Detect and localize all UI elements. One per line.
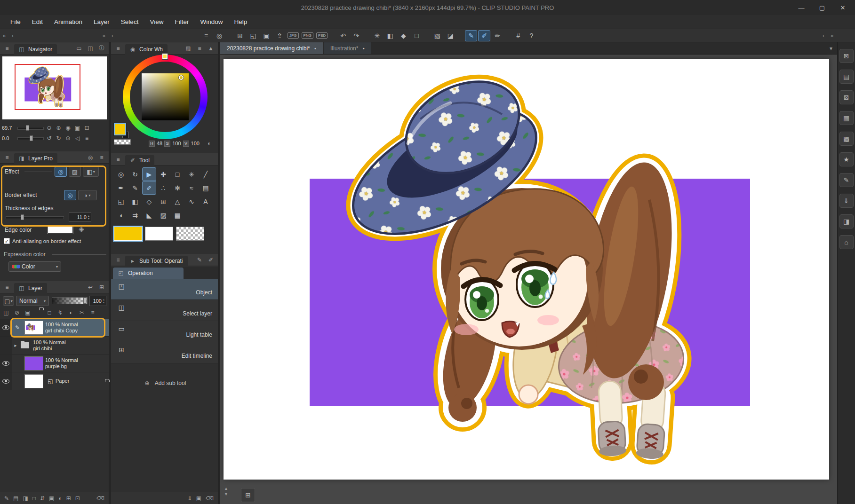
tool-icon[interactable]: ✒	[114, 181, 128, 195]
collapse-mid-icon[interactable]: «	[100, 32, 108, 39]
tool-icon[interactable]: ∴	[156, 181, 170, 195]
toolbar-export-psd-icon[interactable]: PSD	[316, 32, 328, 39]
menu-edit[interactable]: Edit	[26, 16, 48, 28]
add-sub-tool-button[interactable]: ⊕ Add sub tool	[111, 380, 218, 386]
two-pane-icon[interactable]: ≡	[88, 309, 97, 316]
register-material-icon[interactable]: ⊡	[75, 495, 80, 502]
panel-list-icon[interactable]: ≡	[97, 154, 106, 161]
material-manga-icon[interactable]: ▦	[839, 111, 854, 125]
tool-icon[interactable]: ▦	[170, 208, 184, 222]
thumbnail-toggle-icon[interactable]: ◫	[2, 309, 10, 316]
layer-grid-icon[interactable]: ⊞	[97, 284, 106, 291]
thickness-value-field[interactable]: 11.0 ▴▾	[69, 213, 91, 222]
close-button[interactable]: ✕	[832, 0, 853, 15]
toolbar-frame-icon[interactable]: □	[410, 30, 423, 41]
tool-icon[interactable]: ✐	[142, 181, 156, 195]
toolbar-main-menu-icon[interactable]: ≡	[200, 30, 212, 41]
antialias-checkbox[interactable]: ✓	[4, 238, 10, 244]
toolbar-clear-icon[interactable]: ✳	[371, 30, 383, 41]
sub-color-swatch[interactable]	[145, 227, 173, 241]
color-slider-icon[interactable]: ≡	[195, 45, 204, 52]
zoom-in-icon[interactable]: ⊕	[55, 125, 63, 131]
enable-mask-icon[interactable]: ↯	[56, 309, 64, 316]
material-color-pattern-icon[interactable]: ▤	[839, 70, 854, 84]
toolbar-select-area-icon[interactable]: ▧	[431, 30, 443, 41]
toolbar-snap-icon[interactable]: ◆	[397, 30, 409, 41]
thickness-spinner[interactable]: ▴▾	[88, 214, 89, 220]
blend-mode-dropdown[interactable]: Normal ▾	[16, 296, 49, 306]
subtool-pen2-icon[interactable]: ✐	[207, 257, 215, 263]
monitor-icon[interactable]: ▭	[75, 45, 83, 52]
toolbar-new-icon[interactable]: ⊞	[234, 30, 246, 41]
border-effect-mode-icon[interactable]: ◎	[64, 190, 76, 200]
maximize-button[interactable]: ▢	[812, 0, 832, 15]
delete-subtool-icon[interactable]: ⌫	[206, 495, 214, 502]
collapse-left2-icon[interactable]: ‹	[8, 32, 17, 39]
tool-icon[interactable]: ✚	[156, 167, 170, 181]
new-vector-layer-icon[interactable]: ◨	[23, 495, 28, 502]
expression-color-dropdown[interactable]: Color ▾	[8, 261, 61, 272]
toolbar-open-icon[interactable]: ◱	[247, 30, 259, 41]
scroll-down-icon[interactable]: ▼	[224, 492, 228, 496]
material-image-icon[interactable]: ▩	[839, 132, 854, 146]
layer-undo-icon[interactable]: ↩	[86, 284, 95, 291]
saturation-value-square[interactable]	[142, 73, 189, 120]
opacity-value-field[interactable]: 100 ▴▾	[89, 296, 106, 306]
panel-menu-icon[interactable]: ≡	[114, 156, 122, 163]
toolbar-export-jpg-icon[interactable]: JPG	[288, 32, 299, 39]
layer-row-girl-chibi-copy[interactable]: ✎ 100 % Normal girl chibi Copy	[0, 319, 109, 337]
save-settings-icon[interactable]: ⇓	[187, 495, 192, 502]
tool-icon[interactable]: ◧	[128, 195, 142, 208]
hue-marker[interactable]	[162, 54, 168, 59]
drawing-canvas[interactable]	[224, 59, 829, 480]
set-ruler-icon[interactable]: ◐	[67, 309, 75, 316]
toolbar-snap-grid-icon[interactable]: ✏	[491, 30, 503, 41]
menu-view[interactable]: View	[144, 16, 169, 28]
material-3d-icon[interactable]: ◨	[839, 214, 854, 228]
panel-menu-icon[interactable]: ≡	[114, 257, 122, 263]
layer-thumbnail[interactable]	[24, 356, 43, 370]
tab-overflow-icon[interactable]: ▾	[825, 42, 837, 54]
sv-marker[interactable]	[179, 75, 184, 80]
rotate-right-icon[interactable]: ↻	[55, 135, 63, 142]
toolbar-workspace-icon[interactable]: ◎	[213, 30, 225, 41]
menu-select[interactable]: Select	[115, 16, 144, 28]
tool-icon[interactable]: A	[199, 195, 213, 208]
zoom-100-icon[interactable]: ◉	[64, 125, 72, 131]
divide-frame-icon[interactable]: ✂	[78, 309, 86, 316]
edge-color-bucket-icon[interactable]: ◈	[77, 225, 86, 233]
tool-icon[interactable]: ⇉	[128, 208, 142, 222]
layer-thumbnail[interactable]	[24, 321, 43, 335]
folder-expand-icon[interactable]: ▸	[12, 343, 19, 348]
tool-icon[interactable]: ✎	[128, 181, 142, 195]
layer-row-paper[interactable]: ◱ Paper	[0, 372, 109, 390]
tool-icon[interactable]: □	[170, 167, 184, 181]
color-set-icon[interactable]: ▨	[184, 45, 192, 52]
material-draft-icon[interactable]: ✎	[839, 173, 854, 187]
menu-window[interactable]: Window	[194, 16, 228, 28]
lock-layer-icon[interactable]	[34, 309, 43, 316]
tool-icon[interactable]: ▨	[156, 208, 170, 222]
toolbar-snap-special-ruler-icon[interactable]: ✐	[478, 30, 490, 41]
toolbar-snap-ruler-icon[interactable]: ✎	[465, 30, 477, 41]
menu-file[interactable]: File	[5, 16, 26, 28]
toolbar-export-icon[interactable]: ⇪	[273, 30, 286, 41]
canvas-scroll-arrows[interactable]: ▲ ▼	[224, 486, 228, 496]
tool-icon[interactable]: ◇	[142, 195, 156, 208]
visibility-cell[interactable]	[0, 337, 12, 354]
tab-color-wheel[interactable]: ◉ Color Wh	[125, 44, 168, 55]
watercolor-edge-icon[interactable]: ◗▾	[78, 190, 97, 200]
toolbar-deselect-icon[interactable]: ◪	[444, 30, 456, 41]
quick-access-icon[interactable]: ⊠	[839, 49, 854, 63]
tab-navigator[interactable]: ◫ Navigator	[14, 44, 57, 55]
subview-icon[interactable]: ◫	[86, 45, 95, 52]
opacity-slider[interactable]	[52, 297, 88, 304]
main-color-swatch[interactable]	[114, 227, 142, 241]
layer-thumbnail[interactable]	[24, 374, 43, 388]
navigator-view-rectangle[interactable]	[15, 64, 80, 110]
panel-menu-icon[interactable]: ≡	[3, 154, 11, 161]
timeline-toggle-button[interactable]: ⊞	[241, 488, 255, 502]
minimize-button[interactable]: —	[791, 0, 812, 15]
layer-color-effect-icon[interactable]: ◧▾	[83, 166, 99, 177]
toolbar-save-icon[interactable]: ▣	[260, 30, 272, 41]
